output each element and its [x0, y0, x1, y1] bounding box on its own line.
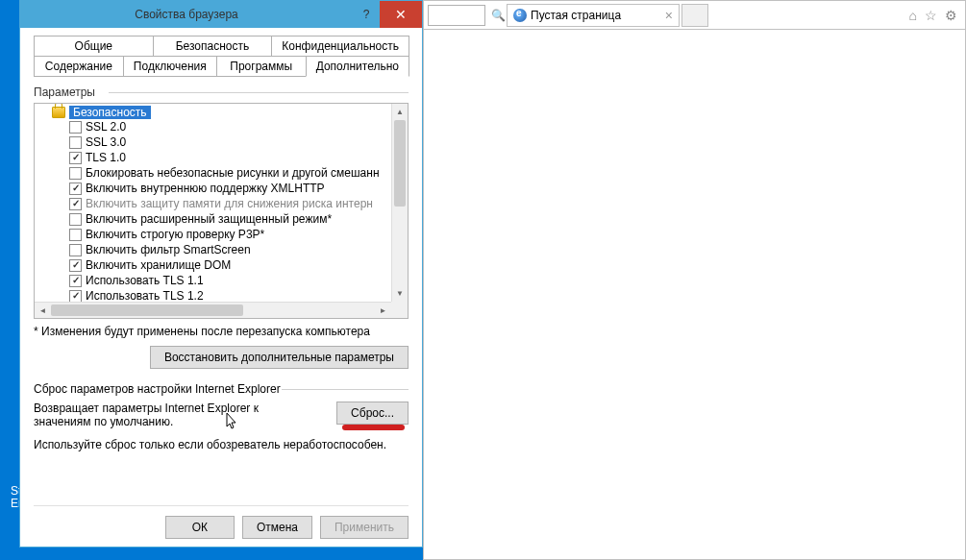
- ie-tab-title: Пустая страница: [531, 9, 621, 22]
- tabs: Общие Безопасность Конфиденциальность Со…: [34, 36, 409, 76]
- tree-item[interactable]: Включить хранилище DOM: [52, 257, 406, 273]
- scroll-down-button[interactable]: ▼: [392, 285, 408, 302]
- checkbox[interactable]: [69, 136, 82, 149]
- tree-item-label: Включить внутреннюю поддержку XMLHTTP: [86, 182, 325, 195]
- tree-item[interactable]: Включить фильтр SmartScreen: [52, 242, 406, 257]
- checkbox[interactable]: [69, 213, 82, 226]
- tab-general[interactable]: Общие: [34, 36, 154, 57]
- tab-security[interactable]: Безопасность: [153, 36, 273, 57]
- tab-connections[interactable]: Подключения: [123, 56, 217, 77]
- parameters-label: Параметры: [34, 85, 409, 99]
- tree-item-label: TLS 1.0: [86, 151, 126, 164]
- tree-item[interactable]: SSL 3.0: [52, 134, 406, 150]
- checkbox[interactable]: [69, 167, 82, 180]
- horizontal-scrollbar[interactable]: ◄ ►: [35, 302, 391, 318]
- favorites-icon[interactable]: ☆: [925, 8, 937, 23]
- tree-item[interactable]: Включить расширенный защищенный режим*: [52, 211, 406, 227]
- new-tab-button[interactable]: [681, 4, 708, 27]
- internet-options-dialog: Свойства браузера ? ✕ Общие Безопасность…: [19, 0, 423, 548]
- tree-item[interactable]: TLS 1.0: [52, 150, 406, 165]
- tree-item-label: SSL 2.0: [86, 120, 126, 134]
- ie-tab[interactable]: Пустая страница ×: [507, 4, 680, 27]
- title-bar: Свойства браузера ? ✕: [20, 1, 422, 28]
- lock-icon: [52, 107, 65, 118]
- tree-item-label: Использовать TLS 1.1: [86, 274, 204, 287]
- restart-note: * Изменения будут применены после переза…: [34, 325, 409, 338]
- checkbox[interactable]: [69, 275, 82, 287]
- checkbox[interactable]: [69, 259, 82, 272]
- checkbox[interactable]: [69, 229, 82, 241]
- ok-button[interactable]: ОК: [165, 516, 235, 539]
- tab-advanced[interactable]: Дополнительно: [306, 56, 409, 77]
- highlight-marker: [342, 425, 405, 430]
- checkbox[interactable]: [69, 183, 82, 195]
- tree-item[interactable]: Блокировать небезопасные рисунки и друго…: [52, 165, 406, 181]
- scroll-thumb[interactable]: [394, 120, 406, 207]
- scroll-corner: [391, 302, 408, 318]
- tab-content[interactable]: Содержание: [34, 56, 124, 77]
- ie-toolbar: 🔍 Пустая страница × ⌂ ☆ ⚙: [423, 0, 966, 30]
- scroll-right-button[interactable]: ►: [375, 303, 391, 318]
- tree-category-security: Безопасность: [52, 106, 406, 119]
- tree-item[interactable]: Использовать TLS 1.1: [52, 273, 406, 288]
- ie-address-bar[interactable]: [428, 5, 485, 26]
- scroll-left-button[interactable]: ◄: [35, 303, 51, 318]
- settings-tree[interactable]: Безопасность SSL 2.0SSL 3.0TLS 1.0Блокир…: [34, 103, 409, 319]
- tree-item-label: Использовать TLS 1.2: [86, 289, 204, 303]
- dialog-title: Свойства браузера: [20, 8, 353, 21]
- restore-defaults-button[interactable]: Восстановить дополнительные параметры: [150, 346, 409, 369]
- tree-item-label: Блокировать небезопасные рисунки и друго…: [86, 166, 380, 180]
- cursor-icon: [226, 413, 239, 433]
- checkbox[interactable]: [69, 121, 82, 134]
- tree-item-label: Включить хранилище DOM: [86, 258, 231, 272]
- cancel-button[interactable]: Отмена: [242, 516, 312, 539]
- tree-item-label: Включить расширенный защищенный режим*: [86, 212, 332, 226]
- search-icon[interactable]: 🔍: [489, 9, 507, 22]
- tree-item-label: Включить защиту памяти для снижения риск…: [86, 197, 373, 210]
- ie-page-content: [423, 30, 966, 560]
- close-button[interactable]: ✕: [380, 1, 422, 28]
- category-label: Безопасность: [69, 106, 151, 119]
- tab-privacy[interactable]: Конфиденциальность: [271, 36, 409, 57]
- reset-section-label: Сброс параметров настройки Internet Expl…: [34, 382, 409, 396]
- tree-item[interactable]: Включить внутреннюю поддержку XMLHTTP: [52, 181, 406, 196]
- tree-item-label: Включить строгую проверку P3P*: [86, 228, 264, 241]
- reset-button[interactable]: Сброс...: [336, 402, 409, 425]
- help-button[interactable]: ?: [353, 1, 380, 28]
- checkbox[interactable]: [69, 290, 82, 303]
- ie-logo-icon: [513, 9, 527, 22]
- close-icon[interactable]: ×: [665, 8, 673, 23]
- reset-description: Возвращает параметры Internet Explorer к…: [34, 402, 259, 428]
- gear-icon[interactable]: ⚙: [945, 8, 957, 23]
- scroll-up-button[interactable]: ▲: [392, 104, 408, 120]
- apply-button[interactable]: Применить: [320, 516, 409, 539]
- tree-item-label: Включить фильтр SmartScreen: [86, 243, 251, 256]
- tree-item[interactable]: Включить защиту памяти для снижения риск…: [52, 196, 406, 211]
- checkbox[interactable]: [69, 244, 82, 256]
- scroll-thumb-h[interactable]: [51, 304, 243, 316]
- checkbox[interactable]: [69, 198, 82, 210]
- vertical-scrollbar[interactable]: ▲ ▼: [391, 104, 408, 302]
- home-icon[interactable]: ⌂: [909, 8, 917, 23]
- reset-advice: Используйте сброс только если обозревате…: [34, 438, 409, 451]
- tree-item[interactable]: SSL 2.0: [52, 119, 406, 134]
- tab-programs[interactable]: Программы: [216, 56, 307, 77]
- tree-item-label: SSL 3.0: [86, 135, 126, 149]
- checkbox[interactable]: [69, 152, 82, 164]
- tree-item[interactable]: Включить строгую проверку P3P*: [52, 227, 406, 242]
